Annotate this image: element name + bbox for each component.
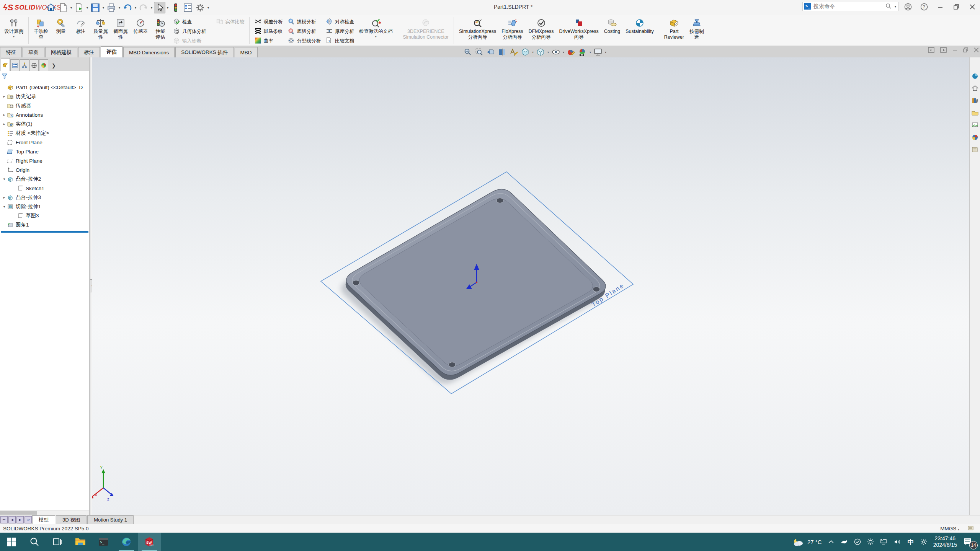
tray-settings-icon[interactable] bbox=[920, 538, 927, 545]
doc-restore-icon[interactable] bbox=[963, 47, 969, 54]
ribbon-button-part-reviewer[interactable]: PartReviewer bbox=[662, 16, 687, 41]
ribbon-button-zebra-stripes[interactable]: 斑马条纹 bbox=[252, 27, 285, 36]
ribbon-button-design-study[interactable]: 设计算例▾ bbox=[2, 16, 26, 39]
search-command-box[interactable]: >_ 搜索命令 ▾ bbox=[802, 2, 899, 11]
zoom-area-icon[interactable] bbox=[474, 47, 485, 57]
ribbon-button-undercut-analysis[interactable]: 底切分析 bbox=[285, 27, 323, 36]
propertymanager-tab-icon[interactable] bbox=[10, 59, 20, 71]
task-view-icon[interactable] bbox=[46, 533, 69, 551]
tree-item[interactable]: Sketch1 bbox=[0, 184, 89, 193]
ribbon-button-deviation-analysis[interactable]: 误差分析 bbox=[252, 17, 285, 27]
tree-item[interactable]: ▸AAnnotations bbox=[0, 110, 89, 119]
network-icon[interactable] bbox=[880, 539, 888, 545]
tree-item[interactable]: 材质 <未指定> bbox=[0, 129, 89, 138]
apply-scene-icon[interactable] bbox=[577, 47, 588, 57]
filter-funnel-icon[interactable] bbox=[2, 73, 8, 79]
help-icon[interactable]: ? bbox=[918, 2, 930, 12]
ribbon-button-dfmxpress[interactable]: DFMXpress分析向导 bbox=[526, 16, 557, 41]
dimxpertmanager-tab-icon[interactable] bbox=[29, 59, 39, 71]
tab-评估[interactable]: 评估 bbox=[101, 46, 122, 57]
view-orientation-icon[interactable] bbox=[520, 47, 531, 57]
new-document-icon[interactable] bbox=[57, 2, 69, 13]
display-style-icon[interactable] bbox=[535, 47, 546, 57]
tree-item[interactable]: ▸凸台-拉伸3 bbox=[0, 193, 89, 202]
tree-expand-arrow[interactable]: ▾ bbox=[2, 205, 7, 209]
ribbon-button-interference-check[interactable]: 干涉检查 bbox=[31, 16, 51, 41]
view-orientation-icon-dropdown[interactable]: ▾ bbox=[531, 46, 534, 58]
select-cursor-icon-dropdown[interactable]: ▾ bbox=[166, 2, 169, 13]
section-view-icon[interactable] bbox=[497, 47, 508, 57]
ribbon-button-simulationxpress[interactable]: SimulationXpress分析向导 bbox=[456, 16, 499, 41]
ribbon-button-section-properties[interactable]: 截面属性 bbox=[111, 16, 131, 41]
nav-first-button[interactable]: ⏮ bbox=[0, 516, 8, 523]
tree-display-icon[interactable] bbox=[182, 2, 194, 13]
pane-left-icon[interactable] bbox=[928, 47, 935, 54]
file-explorer-icon[interactable] bbox=[69, 533, 92, 551]
rollback-bar[interactable] bbox=[1, 231, 88, 233]
redo-icon-dropdown[interactable]: ▾ bbox=[150, 2, 153, 13]
nav-prev-button[interactable]: ◀ bbox=[8, 516, 16, 523]
configurationmanager-tab-icon[interactable] bbox=[20, 59, 29, 71]
tree-item[interactable]: Top Plane bbox=[0, 147, 89, 156]
ribbon-button-mass-properties[interactable]: 质量属性 bbox=[91, 16, 111, 41]
ribbon-button-compare-documents[interactable]: ?比较文档 bbox=[323, 36, 356, 46]
taskbar-clock[interactable]: 23:47:46 2024/8/15 bbox=[933, 535, 957, 548]
edge-icon[interactable] bbox=[115, 533, 138, 551]
ribbon-button-driveworksxpress[interactable]: DriveWorksXpress向导 bbox=[557, 16, 601, 41]
appearances-scenes-icon[interactable] bbox=[972, 134, 978, 142]
undo-icon[interactable] bbox=[122, 2, 133, 13]
ribbon-button-check-entity[interactable]: 检查 bbox=[170, 17, 209, 27]
ribbon-button-manufacture-on-demand[interactable]: 按需制造 bbox=[687, 16, 707, 41]
displaymanager-tab-icon[interactable] bbox=[39, 59, 48, 71]
save-icon[interactable] bbox=[90, 2, 101, 13]
view-palette-icon[interactable] bbox=[972, 122, 978, 130]
ribbon-button-measure[interactable]: 测量 bbox=[51, 16, 71, 35]
doc-tab-3D 视图[interactable]: 3D 视图 bbox=[56, 515, 87, 524]
custom-properties-status-icon[interactable] bbox=[968, 525, 975, 532]
tab-标注[interactable]: 标注 bbox=[78, 47, 100, 57]
annotation-visibility-icon[interactable] bbox=[508, 47, 519, 57]
tree-item[interactable]: Origin bbox=[0, 165, 89, 174]
tree-item[interactable]: 传感器 bbox=[0, 101, 89, 110]
scrollbar-thumb[interactable] bbox=[0, 511, 37, 515]
tree-item[interactable]: 圆角1 bbox=[0, 220, 89, 230]
tab-MBD Dimensions[interactable]: MBD Dimensions bbox=[123, 47, 175, 57]
tab-草图[interactable]: 草图 bbox=[23, 47, 44, 57]
custom-properties-icon[interactable] bbox=[972, 146, 978, 154]
tab-网格建模[interactable]: 网格建模 bbox=[45, 47, 77, 57]
open-document-icon-dropdown[interactable]: ▾ bbox=[86, 2, 89, 13]
tree-item[interactable]: ▾凸台-拉伸2 bbox=[0, 174, 89, 184]
minimize-icon[interactable] bbox=[934, 2, 946, 12]
tree-filter-row[interactable] bbox=[0, 71, 89, 81]
tab-SOLIDWORKS 插件[interactable]: SOLIDWORKS 插件 bbox=[175, 47, 234, 57]
close-icon[interactable] bbox=[966, 2, 978, 12]
check-active-document-dropdown[interactable]: ▾ bbox=[375, 35, 377, 38]
new-document-icon-dropdown[interactable]: ▾ bbox=[70, 2, 73, 13]
terminal-icon[interactable]: >_ bbox=[92, 533, 115, 551]
redo-icon[interactable] bbox=[138, 2, 149, 13]
threedexperience-marketplace-icon[interactable] bbox=[972, 73, 978, 81]
ribbon-button-draft-analysis[interactable]: 拔模分析 bbox=[285, 17, 323, 27]
tree-item[interactable]: 草图3 bbox=[0, 211, 89, 220]
check-circle-icon[interactable] bbox=[854, 538, 861, 545]
doc-tab-模型[interactable]: 模型 bbox=[32, 515, 55, 524]
tree-item[interactable]: ▸实体(1) bbox=[0, 119, 89, 129]
file-explorer-pane-icon[interactable] bbox=[972, 109, 978, 117]
ribbon-button-curvature[interactable]: 曲率 bbox=[252, 36, 285, 46]
tree-item[interactable]: ▾切除-拉伸1 bbox=[0, 202, 89, 211]
ime-indicator[interactable]: 中 bbox=[908, 538, 914, 546]
doc-tab-Motion Study 1[interactable]: Motion Study 1 bbox=[87, 515, 134, 524]
volume-icon[interactable] bbox=[894, 539, 902, 545]
chevron-up-icon[interactable] bbox=[828, 540, 834, 544]
search-dropdown-icon[interactable]: ▾ bbox=[894, 1, 897, 12]
doc-close-icon[interactable] bbox=[974, 47, 979, 54]
view-settings-icon[interactable] bbox=[593, 47, 603, 57]
ribbon-button-geometry-analysis[interactable]: 几何体分析 bbox=[170, 27, 209, 36]
search-icon[interactable] bbox=[885, 3, 892, 10]
hide-show-items-icon[interactable] bbox=[550, 47, 561, 57]
solidworks-app-icon[interactable]: SW2022 bbox=[138, 533, 161, 551]
ribbon-button-symmetry-check[interactable]: 对称检查 bbox=[323, 17, 356, 27]
previous-view-icon[interactable] bbox=[485, 47, 496, 57]
design-library-icon[interactable] bbox=[972, 97, 978, 105]
view-settings-icon-dropdown[interactable]: ▾ bbox=[604, 46, 607, 58]
